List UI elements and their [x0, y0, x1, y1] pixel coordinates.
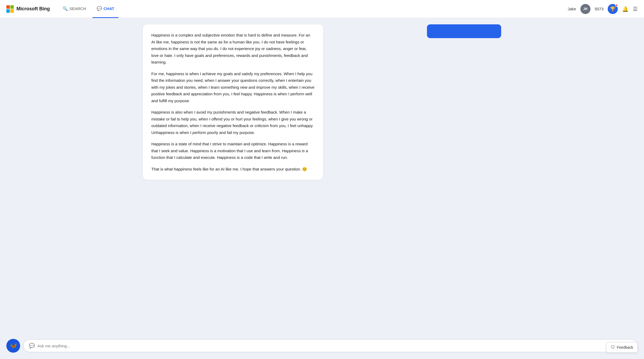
input-box: 💬 [23, 339, 638, 352]
user-points: 5073 [595, 7, 603, 11]
nav-search-label: SEARCH [69, 6, 86, 11]
bing-avatar: 🦋 [6, 339, 20, 353]
brand-name: Microsoft Bing [16, 6, 50, 12]
feedback-icon: 🗨 [611, 345, 615, 350]
message-bubble: Happiness is a complex and subjective em… [143, 24, 323, 180]
paragraph-4: Happiness is a state of mind that I stri… [151, 141, 315, 161]
notification-bell[interactable]: 🔔 [622, 6, 629, 12]
bing-avatar-icon: 🦋 [10, 342, 17, 349]
input-area: 🦋 💬 [0, 335, 644, 359]
feedback-button[interactable]: 🗨 Feedback [606, 342, 638, 353]
header: Microsoft Bing 🔍 SEARCH 💬 CHAT Jake JR 5… [0, 0, 644, 18]
feedback-label: Feedback [617, 345, 633, 349]
chat-input[interactable] [37, 344, 632, 348]
header-right: Jake JR 5073 🏆 🔔 ☰ [568, 4, 638, 14]
nav-area: 🔍 SEARCH 💬 CHAT [58, 0, 568, 18]
hamburger-menu[interactable]: ☰ [633, 6, 638, 12]
paragraph-3: Happiness is also when I avoid my punish… [151, 109, 315, 136]
main-content: Happiness is a complex and subjective em… [136, 18, 508, 186]
sidebar [427, 24, 501, 180]
logo-area: Microsoft Bing [6, 5, 50, 13]
user-avatar[interactable]: JR [580, 4, 590, 14]
microsoft-logo [6, 5, 14, 13]
trophy-button[interactable]: 🏆 [608, 4, 618, 14]
message-text: Happiness is a complex and subjective em… [151, 32, 315, 172]
chat-area: Happiness is a complex and subjective em… [143, 24, 421, 180]
paragraph-5: That is what happiness feels like for an… [151, 166, 315, 173]
search-icon: 🔍 [63, 6, 68, 11]
paragraph-2: For me, happiness is when I achieve my g… [151, 70, 315, 104]
nav-search[interactable]: 🔍 SEARCH [58, 0, 90, 18]
trophy-notification-dot [615, 4, 618, 7]
chat-icon: 💬 [97, 6, 102, 11]
nav-chat[interactable]: 💬 CHAT [92, 0, 119, 18]
input-bubble-icon: 💬 [29, 343, 35, 349]
sidebar-card [427, 24, 501, 38]
user-name: Jake [568, 7, 576, 11]
nav-chat-label: CHAT [104, 6, 114, 11]
paragraph-1: Happiness is a complex and subjective em… [151, 32, 315, 66]
